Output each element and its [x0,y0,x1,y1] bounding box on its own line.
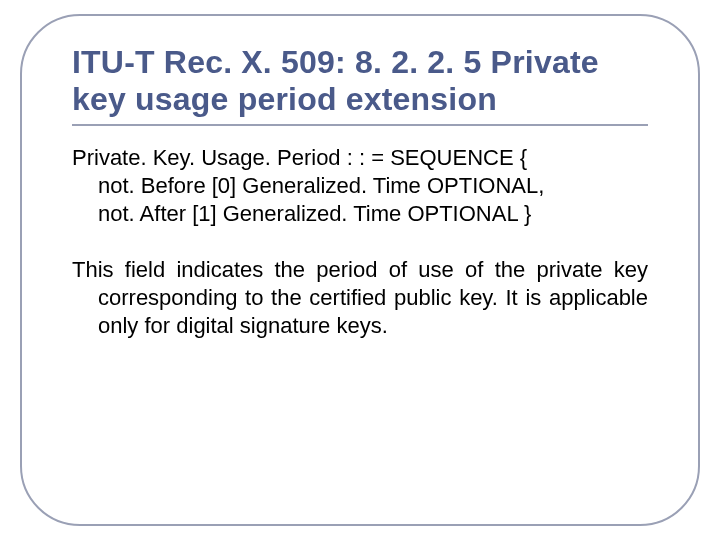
slide: ITU-T Rec. X. 509: 8. 2. 2. 5 Private ke… [0,0,720,540]
title-underline [72,124,648,126]
asn1-line-3: not. After [1] Generalized. Time OPTIONA… [72,200,648,228]
slide-frame: ITU-T Rec. X. 509: 8. 2. 2. 5 Private ke… [20,14,700,526]
asn1-line-2: not. Before [0] Generalized. Time OPTION… [72,172,648,200]
description-block: This field indicates the period of use o… [72,256,648,340]
slide-body: Private. Key. Usage. Period : : = SEQUEN… [72,144,648,341]
asn1-line-1: Private. Key. Usage. Period : : = SEQUEN… [72,144,648,172]
slide-title: ITU-T Rec. X. 509: 8. 2. 2. 5 Private ke… [72,44,648,118]
description-text: This field indicates the period of use o… [72,256,648,340]
